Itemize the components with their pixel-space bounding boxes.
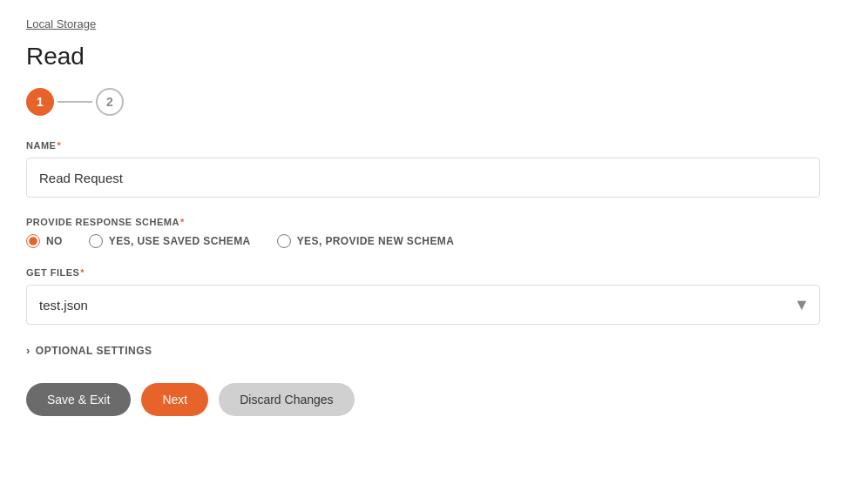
chevron-right-icon: › <box>26 344 30 357</box>
response-schema-label: PROVIDE RESPONSE SCHEMA* <box>26 217 820 227</box>
response-schema-section: PROVIDE RESPONSE SCHEMA* NO YES, USE SAV… <box>26 217 820 248</box>
name-field-section: NAME* <box>26 140 820 198</box>
next-button[interactable]: Next <box>141 383 208 416</box>
discard-changes-button[interactable]: Discard Changes <box>219 383 354 416</box>
radio-no[interactable]: NO <box>26 234 63 248</box>
step-connector <box>58 101 92 103</box>
optional-settings-toggle[interactable]: › OPTIONAL SETTINGS <box>26 344 820 357</box>
get-files-input[interactable] <box>26 285 820 325</box>
get-files-label: GET FILES* <box>26 267 820 278</box>
step-2[interactable]: 2 <box>96 88 124 116</box>
save-exit-button[interactable]: Save & Exit <box>26 383 131 416</box>
buttons-row: Save & Exit Next Discard Changes <box>26 383 820 416</box>
radio-no-input[interactable] <box>26 234 40 248</box>
step-1[interactable]: 1 <box>26 88 54 116</box>
name-label: NAME* <box>26 140 820 151</box>
steps-container: 1 2 <box>26 88 820 116</box>
breadcrumb[interactable]: Local Storage <box>26 17 820 30</box>
page-title: Read <box>26 43 820 71</box>
radio-yes-saved[interactable]: YES, USE SAVED SCHEMA <box>89 234 251 248</box>
response-schema-radio-group: NO YES, USE SAVED SCHEMA YES, PROVIDE NE… <box>26 234 820 248</box>
file-input-wrapper: ▼ <box>26 285 820 325</box>
radio-yes-new-input[interactable] <box>277 234 291 248</box>
name-input[interactable] <box>26 158 820 198</box>
radio-yes-saved-input[interactable] <box>89 234 103 248</box>
radio-yes-new[interactable]: YES, PROVIDE NEW SCHEMA <box>277 234 455 248</box>
get-files-section: GET FILES* ▼ <box>26 267 820 325</box>
